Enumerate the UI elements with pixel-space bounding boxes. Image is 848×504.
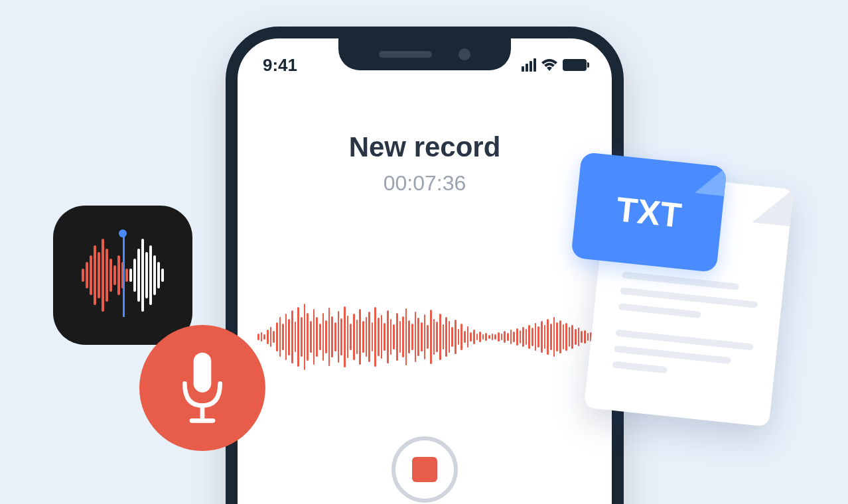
battery-icon [563,59,587,71]
text-line-icon [618,303,701,318]
microphone-icon [173,348,232,428]
recording-timer: 00:07:36 [238,171,612,196]
stop-button[interactable] [391,436,458,503]
svg-rect-0 [194,353,212,393]
txt-label: TXT [614,189,683,235]
text-line-icon [612,361,668,374]
recording-title: New record [238,131,612,163]
waveform-icon [257,290,592,383]
stop-icon [412,457,437,482]
signal-icon [522,58,536,72]
txt-file-badge: TXT [571,152,727,273]
wifi-icon [541,59,557,71]
text-line-icon [614,346,731,364]
voice-memo-app-icon [53,206,192,345]
status-bar: 9:41 [238,52,612,78]
page-fold-icon [753,186,794,227]
microphone-badge [139,325,265,451]
phone-mockup: 9:41 New record 00:07:36 [226,27,624,504]
status-indicators [522,58,587,72]
status-time: 9:41 [263,55,297,76]
file-fold-icon [695,164,727,196]
playhead-dot-icon [119,229,127,237]
recording-screen: New record 00:07:36 [238,131,612,196]
playhead-line-icon [123,233,125,317]
